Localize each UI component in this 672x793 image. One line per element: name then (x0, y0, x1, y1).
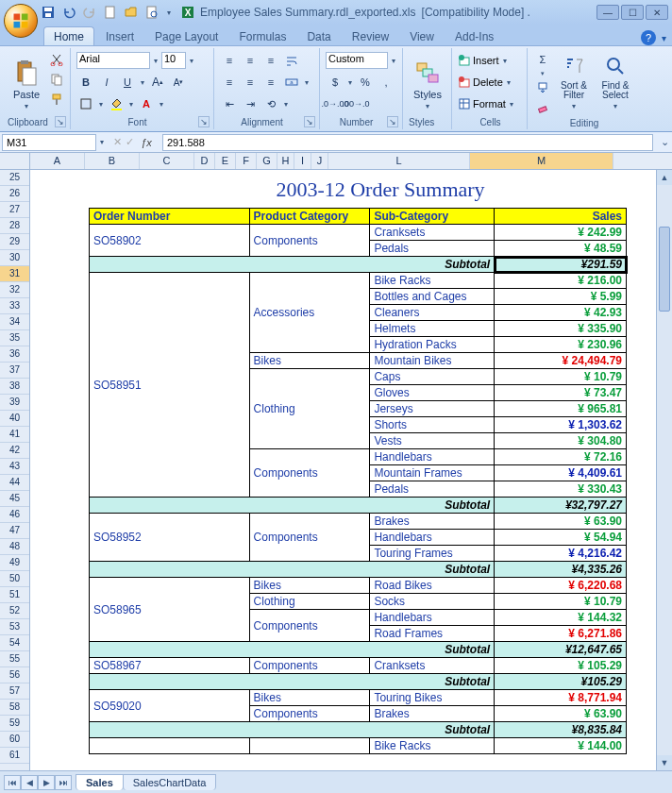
row-header-27[interactable]: 27 (0, 202, 29, 218)
merge-center-button[interactable]: a (282, 73, 301, 92)
column-header-C[interactable]: C (140, 153, 194, 169)
qat-open-button[interactable] (123, 4, 140, 21)
decrease-indent-button[interactable]: ⇤ (220, 94, 239, 113)
row-header-37[interactable]: 37 (0, 363, 29, 379)
number-launcher[interactable]: ↘ (387, 116, 398, 127)
row-header-51[interactable]: 51 (0, 587, 29, 603)
fill-color-button[interactable] (107, 94, 126, 113)
row-header-25[interactable]: 25 (0, 170, 29, 186)
align-right-button[interactable]: ≡ (261, 73, 280, 92)
number-format-combo[interactable]: Custom (326, 52, 388, 69)
row-header-26[interactable]: 26 (0, 186, 29, 202)
accounting-format-button[interactable]: $ (326, 73, 344, 92)
column-header-H[interactable]: H (277, 153, 294, 169)
row-header-55[interactable]: 55 (0, 651, 29, 667)
tab-view[interactable]: View (400, 27, 444, 45)
increase-indent-button[interactable]: ⇥ (241, 94, 260, 113)
tab-data[interactable]: Data (297, 27, 340, 45)
decrease-decimal-button[interactable]: .00→.0 (346, 94, 365, 113)
increase-font-button[interactable]: A▴ (148, 73, 167, 92)
font-size-combo[interactable]: 10 (161, 52, 186, 69)
row-header-57[interactable]: 57 (0, 683, 29, 700)
column-header-J[interactable]: J (311, 153, 328, 169)
row-header-58[interactable]: 58 (0, 700, 29, 716)
row-header-33[interactable]: 33 (0, 298, 29, 314)
qat-customize-button[interactable]: ▾ (164, 4, 174, 21)
row-header-38[interactable]: 38 (0, 379, 29, 395)
autosum-button[interactable]: Σ (533, 50, 552, 69)
scroll-thumb[interactable] (659, 227, 670, 312)
format-cells-button[interactable]: Format▾ (458, 93, 515, 114)
row-header-30[interactable]: 30 (0, 250, 29, 266)
column-header-M[interactable]: M (470, 153, 613, 169)
row-header-35[interactable]: 35 (0, 330, 29, 346)
row-header-50[interactable]: 50 (0, 571, 29, 587)
name-box[interactable]: M31 (2, 134, 96, 151)
orientation-button[interactable]: ⟲ (261, 94, 280, 113)
row-header-31[interactable]: 31 (0, 266, 29, 282)
italic-button[interactable]: I (97, 73, 116, 92)
next-sheet-button[interactable]: ▶ (38, 775, 55, 790)
column-header-G[interactable]: G (257, 153, 277, 169)
font-name-combo[interactable]: Arial (76, 52, 150, 69)
column-header-F[interactable]: F (236, 153, 257, 169)
row-header-52[interactable]: 52 (0, 603, 29, 619)
align-middle-button[interactable]: ≡ (241, 51, 260, 70)
align-left-button[interactable]: ≡ (220, 73, 239, 92)
last-sheet-button[interactable]: ⏭ (55, 775, 72, 790)
decrease-font-button[interactable]: A▾ (169, 73, 188, 92)
percent-format-button[interactable]: % (356, 73, 375, 92)
row-header-44[interactable]: 44 (0, 475, 29, 491)
row-header-61[interactable]: 61 (0, 748, 29, 764)
insert-cells-button[interactable]: Insert▾ (458, 50, 509, 71)
clipboard-launcher[interactable]: ↘ (55, 116, 66, 127)
column-header-B[interactable]: B (85, 153, 140, 169)
enter-formula-button[interactable]: ✓ (126, 136, 134, 148)
cancel-formula-button[interactable]: ✕ (113, 136, 122, 148)
align-top-button[interactable]: ≡ (220, 51, 239, 70)
find-select-button[interactable]: Find & Select▾ (596, 50, 635, 110)
row-header-29[interactable]: 29 (0, 234, 29, 250)
tab-review[interactable]: Review (343, 27, 398, 45)
paste-button[interactable]: Paste ▾ (8, 50, 45, 110)
wrap-text-button[interactable] (282, 51, 301, 70)
select-all-box[interactable] (0, 153, 30, 169)
qat-undo-button[interactable] (60, 4, 77, 21)
row-header-46[interactable]: 46 (0, 507, 29, 523)
row-header-53[interactable]: 53 (0, 619, 29, 635)
column-header-I[interactable]: I (294, 153, 311, 169)
expand-formula-bar-button[interactable]: ⌄ (657, 136, 672, 148)
row-header-48[interactable]: 48 (0, 539, 29, 555)
tab-addins[interactable]: Add-Ins (445, 27, 503, 45)
scroll-down-button[interactable]: ▼ (657, 755, 672, 770)
first-sheet-button[interactable]: ⏮ (4, 775, 21, 790)
sheet-tab-saleschartdata[interactable]: SalesChartData (123, 774, 217, 790)
sheet-tab-sales[interactable]: Sales (76, 774, 124, 790)
tab-home[interactable]: Home (43, 26, 94, 45)
font-launcher[interactable]: ↘ (198, 116, 210, 127)
styles-button[interactable]: Styles▾ (409, 50, 446, 110)
border-button[interactable] (76, 94, 95, 113)
row-header-40[interactable]: 40 (0, 411, 29, 427)
column-header-A[interactable]: A (30, 153, 85, 169)
delete-cells-button[interactable]: Delete▾ (458, 72, 512, 93)
align-center-button[interactable]: ≡ (241, 73, 260, 92)
fill-button[interactable] (533, 78, 552, 97)
column-header-L[interactable]: L (328, 153, 470, 169)
clear-button[interactable] (533, 98, 552, 117)
qat-save-button[interactable] (40, 4, 57, 21)
prev-sheet-button[interactable]: ◀ (21, 775, 38, 790)
sort-filter-button[interactable]: Sort & Filter▾ (554, 50, 594, 110)
row-header-32[interactable]: 32 (0, 282, 29, 298)
cells-viewport[interactable]: 2003-12 Order Summary Order NumberProduc… (30, 170, 672, 770)
office-button[interactable] (4, 4, 38, 38)
underline-button[interactable]: U (118, 73, 137, 92)
column-header-E[interactable]: E (215, 153, 236, 169)
name-box-dropdown[interactable]: ▾ (98, 138, 106, 146)
format-painter-button[interactable] (47, 90, 66, 109)
close-button[interactable]: ✕ (646, 5, 668, 20)
column-header-D[interactable]: D (194, 153, 215, 169)
qat-new-button[interactable] (102, 4, 119, 21)
tab-page-layout[interactable]: Page Layout (145, 27, 227, 45)
row-header-42[interactable]: 42 (0, 443, 29, 459)
